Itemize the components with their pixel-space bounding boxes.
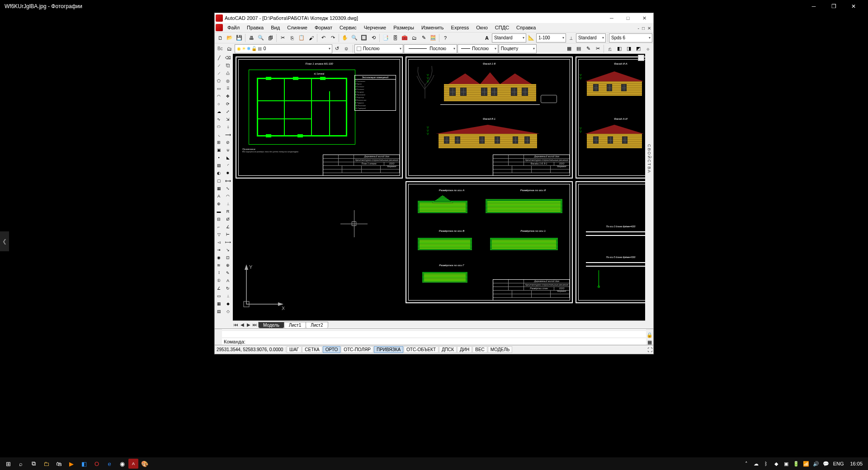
photos-minimize[interactable]: ─ [804,0,824,13]
mirror-icon[interactable]: ⧋ [224,69,232,77]
spds-axis-icon[interactable]: ⊕ [215,200,223,207]
array-icon[interactable]: ⠿ [224,85,232,92]
tab-layout2[interactable]: Лист2 [306,322,328,328]
toggle-model[interactable]: МОДЕЛЬ [488,346,512,353]
drawing-area[interactable]: План 1 этажа М1:100 ±( 1этаж) [233,54,645,320]
scale-combo[interactable]: 1-100 [536,33,566,42]
search-icon[interactable]: ⌕ [14,457,27,470]
tab-prev[interactable]: ◀ [239,322,245,327]
table-icon[interactable]: ▦ [215,184,223,192]
tab-first[interactable]: ⏮ [233,322,239,327]
arc-icon[interactable]: ◠ [215,92,223,100]
misc-2-icon[interactable]: ◇ [224,307,232,315]
acad-maximize[interactable]: □ [620,14,636,23]
lineweight-combo[interactable]: Послою [458,44,498,53]
menu-edit[interactable]: Правка [243,24,267,31]
toggle-snap[interactable]: ШАГ [287,346,302,353]
linetype-combo[interactable]: Послою [404,44,457,53]
insert-icon[interactable]: ⊞ [215,138,223,146]
spds-weld-icon[interactable]: ⟟ [215,269,223,277]
tray-action-icon[interactable]: 💬 [821,457,830,470]
spds-sect-icon[interactable]: ⇥ [215,246,223,254]
acad-close[interactable]: ✕ [636,14,652,23]
text-style-icon[interactable]: A [482,33,491,42]
xline-icon[interactable]: ⟋ [215,61,223,69]
tray-clock[interactable]: 16:05 [846,461,866,466]
menu-view[interactable]: Вид [267,24,283,31]
dim-style-icon[interactable]: ⟂ [566,33,576,42]
save-icon[interactable]: 💾 [235,33,244,42]
dim-style2-icon[interactable]: ⟂ [224,292,232,300]
dim-edit-icon[interactable]: ✎ [224,269,232,277]
layer-state-icon[interactable]: ⛭ [342,44,351,53]
dim-update-icon[interactable]: ↻ [224,284,232,292]
app1-icon[interactable]: ◧ [78,457,90,470]
dim-lin-icon[interactable]: ⟷ [224,177,232,184]
menu-draw[interactable]: Черчение [360,24,390,31]
layer-combo[interactable]: ◉☀❄🔓▦ 0 [235,44,332,53]
new-icon[interactable]: 🗋 [216,33,225,42]
print-icon[interactable]: 🖶 [247,33,256,42]
tab-next[interactable]: ▶ [245,322,252,327]
spds-tb-icon[interactable]: ▦ [215,300,223,307]
zoom-rt-icon[interactable]: 🔍 [350,33,359,42]
menu-tools[interactable]: Сервис [336,24,360,31]
toggle-ducs[interactable]: ДПСК [439,346,457,353]
command-area[interactable]: Команда: [215,329,653,345]
spds-8-icon[interactable]: ◩ [634,44,643,53]
opera-icon[interactable]: O [90,457,103,470]
dim-align-icon[interactable]: ⤡ [224,184,232,192]
copy-icon[interactable]: ⎘ [288,33,297,42]
misc-1-icon[interactable]: ◆ [224,300,232,307]
properties-icon[interactable]: 📑 [381,33,390,42]
point-icon[interactable]: • [215,154,223,161]
spds-slope-icon[interactable]: ∠ [215,284,223,292]
toggle-otrack[interactable]: ОТС-ОБЪЕКТ [404,346,439,353]
photos-close[interactable]: ✕ [844,0,863,13]
spds-6-icon[interactable]: ◧ [615,44,624,53]
zoom-win-icon[interactable]: 🔲 [359,33,368,42]
right-panel[interactable]: СВОЙСТВА [645,54,653,329]
break-icon[interactable]: ⊘ [224,138,232,146]
dim-ang-icon[interactable]: ∠ [224,223,232,230]
spds-3-icon[interactable]: ✎ [584,44,593,53]
menu-express[interactable]: Express [448,24,473,31]
spds-1-icon[interactable]: ▦ [565,44,574,53]
explorer-icon[interactable]: 🗀 [40,457,52,470]
text-style-combo[interactable]: Standard [492,33,526,42]
scale-icon[interactable]: 📐 [527,33,536,42]
calc-icon[interactable]: 🧮 [429,33,438,42]
tray-power-icon[interactable]: 🔋 [792,457,801,470]
block-icon[interactable]: ▣ [215,146,223,154]
tab-layout1[interactable]: Лист1 [284,322,306,328]
acad-task-icon[interactable]: A [128,459,138,469]
dim-dia-icon[interactable]: Ø [224,215,232,223]
tray-lang[interactable]: ENG [830,461,847,466]
zoom-prev-icon[interactable]: ⟲ [369,33,378,42]
move-icon[interactable]: ✥ [224,92,232,100]
start-icon[interactable]: ⊞ [2,457,14,470]
store-icon[interactable]: 🛍 [52,457,65,470]
doc-window-controls[interactable]: -□✕ [637,24,652,32]
help-icon[interactable]: ? [441,33,450,42]
explode-icon[interactable]: ✸ [224,169,232,177]
gradient-icon[interactable]: ◐ [215,169,223,177]
spds-2-icon[interactable]: ▤ [574,44,583,53]
match-icon[interactable]: 🖌 [307,33,316,42]
tray-app1-icon[interactable]: ◆ [772,457,781,470]
mtext-icon[interactable]: A [215,192,223,200]
publish-icon[interactable]: 🗐 [266,33,275,42]
toggle-polar[interactable]: ОТС-ПОЛЯР [341,346,373,353]
tray-bt-icon[interactable]: ᛒ [762,457,771,470]
spds-pos-icon[interactable]: ① [215,277,223,284]
chamfer-icon[interactable]: ◣ [224,154,232,161]
color-combo[interactable]: Послою [354,44,403,53]
offset-icon[interactable]: ◎ [224,77,232,85]
stretch-icon[interactable]: ⇲ [224,115,232,123]
menu-modify[interactable]: Изменить [418,24,448,31]
erase-icon[interactable]: ⌫ [224,54,232,61]
menu-dimension[interactable]: Размеры [390,24,418,31]
extend-icon[interactable]: ⟶ [224,131,232,138]
tray-net-icon[interactable]: 📶 [802,457,811,470]
ellipse-icon[interactable]: ⬭ [215,123,223,131]
